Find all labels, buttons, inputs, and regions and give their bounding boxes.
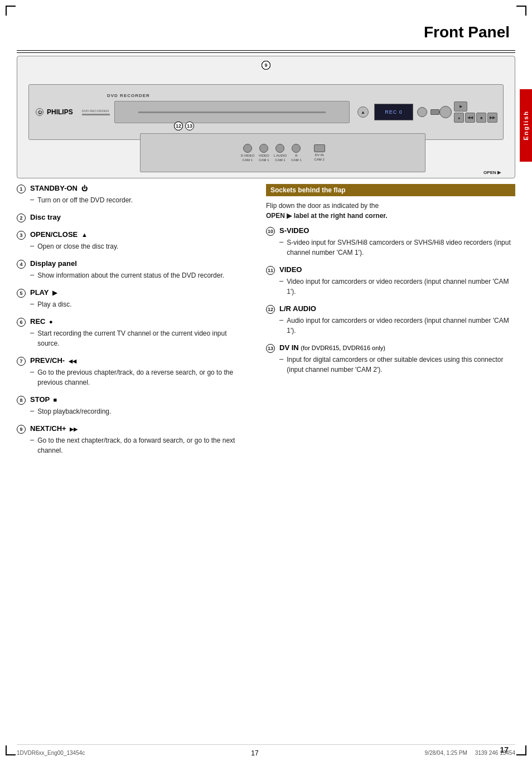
section-10: 10 S-VIDEO –S-video input for SVHS/Hi8 c… [266, 226, 515, 258]
corner-mark-bl [6, 745, 16, 755]
page-number: 17 [500, 745, 509, 754]
flap-area: 10 11 12 13 S-VIDEO CAM 1 VIDEO CAM 1 L … [140, 133, 425, 172]
svideo-jack: S-VIDEO CAM 1 [240, 144, 254, 162]
section-num-12: 12 [266, 305, 275, 314]
section-title-12: L/R AUDIO [279, 304, 316, 313]
rec-display-text: REC 0 [385, 109, 403, 115]
section-num-13: 13 [266, 344, 275, 353]
section-13: 13 DV IN (for DVDR615, DVDR616 only) –In… [266, 343, 515, 375]
section-title-9: NEXT/CH+ ▶▶ [30, 424, 78, 433]
page-title: Front Panel [424, 23, 510, 41]
section-title-7: PREV/CH- ◀◀ [30, 356, 76, 365]
controls-right: ▶ ● ◀◀ ■ ▶▶ [439, 101, 503, 123]
section-1-body: Turn on or off the DVD recorder. [37, 195, 133, 205]
play-btn: ▶ [454, 101, 467, 112]
section-2: 2 Disc tray [17, 213, 246, 222]
section-3: 3 OPEN/CLOSE ▲ –Open or close the disc t… [17, 230, 246, 251]
corner-mark-br [516, 745, 526, 755]
footer-page-center: 17 [251, 749, 258, 757]
open-label: OPEN ▶ [483, 170, 501, 175]
section-6-body: Start recording the current TV channel o… [37, 328, 246, 348]
section-num-8: 8 [17, 396, 26, 405]
display-panel: REC 0 [374, 104, 413, 120]
section-num-1: 1 [17, 185, 26, 193]
section-10-body: S-video input for SVHS/Hi8 camcorders or… [287, 237, 515, 258]
section-7-body: Go to the previous chapter/track, do a r… [37, 367, 246, 387]
section-num-5: 5 [17, 289, 26, 298]
section-4-body: Show information about the current statu… [37, 270, 224, 280]
section-num-2: 2 [17, 214, 26, 222]
section-13-body: Input for digital camcorders or other su… [287, 355, 515, 375]
section-11: 11 VIDEO –Video input for camcorders or … [266, 265, 515, 297]
section-title-1: STANDBY-ON ⏻ [30, 184, 88, 192]
next-btn: ▶▶ [487, 113, 497, 123]
section-5-body: Play a disc. [37, 299, 71, 309]
dial-knob [439, 106, 452, 118]
section-num-3: 3 [17, 231, 26, 240]
section-title-4: Display panel [30, 259, 77, 268]
section-5: 5 PLAY ▶ –Play a disc. [17, 288, 246, 309]
input-area [415, 107, 439, 117]
disc-tray [114, 101, 350, 123]
dv-in-port: DV IN CAM 2 [314, 144, 325, 161]
section-12-body: Audio input for camcorders or video reco… [287, 316, 515, 336]
open-close-area: ▲ [357, 106, 369, 118]
section-11-body: Video input for camcorders or video reco… [287, 277, 515, 297]
section-title-11: VIDEO [279, 265, 302, 274]
left-column: 1 STANDBY-ON ⏻ –Turn on or off the DVD r… [17, 184, 246, 463]
video-jack: VIDEO CAM 1 [259, 144, 269, 162]
sockets-intro: Flip down the door as indicated by the O… [266, 201, 515, 221]
corner-mark-tr [516, 6, 526, 16]
section-title-6: REC ● [30, 317, 53, 326]
right-column: Sockets behind the flap Flip down the do… [266, 184, 515, 382]
section-num-6: 6 [17, 318, 26, 327]
callout-13: 13 [185, 122, 194, 130]
device-dvd-label: DVD RECORDER [107, 90, 150, 99]
section-num-4: 4 [17, 260, 26, 269]
corner-mark-tl [6, 6, 16, 16]
section-title-3: OPEN/CLOSE ▲ [30, 230, 88, 239]
section-7: 7 PREV/CH- ◀◀ –Go to the previous chapte… [17, 356, 246, 387]
callout-9: 9 [262, 61, 270, 70]
content-area: 1 STANDBY-ON ⏻ –Turn on or off the DVD r… [17, 184, 515, 739]
section-title-13: DV IN (for DVDR615, DVDR616 only) [279, 343, 385, 352]
section-8: 8 STOP ■ –Stop playback/recording. [17, 395, 246, 416]
top-divider-2 [17, 52, 515, 53]
section-title-10: S-VIDEO [279, 226, 309, 235]
callout-12: 12 [174, 122, 183, 130]
section-3-body: Open or close the disc tray. [37, 241, 118, 251]
section-num-9: 9 [17, 425, 26, 434]
rec-btn: ● [454, 113, 464, 123]
audio-r-jack: R CAM 1 [291, 144, 301, 162]
stop-btn: ■ [476, 113, 486, 123]
section-8-body: Stop playback/recording. [37, 406, 111, 416]
language-tab: English [520, 89, 532, 162]
device-body: ⏻ PHILIPS DVD RECORDER DVD RECORDER ▲ [28, 84, 504, 140]
section-title-2: Disc tray [30, 213, 61, 221]
footer: 1DVDR6xx_Eng00_13454c 17 9/28/04, 1:25 P… [17, 744, 515, 761]
footer-left: 1DVDR6xx_Eng00_13454c [17, 750, 85, 756]
section-num-7: 7 [17, 357, 26, 366]
device-diagram: 1 2 3 4 5 6 7 8 9 ⏻ PHILIPS DVD RECORDER [17, 56, 515, 178]
standby-button: ⏻ [36, 108, 43, 116]
prev-btn: ◀◀ [465, 113, 475, 123]
sockets-header: Sockets behind the flap [266, 184, 515, 196]
section-1: 1 STANDBY-ON ⏻ –Turn on or off the DVD r… [17, 184, 246, 205]
top-divider-1 [17, 50, 515, 51]
section-num-10: 10 [266, 227, 275, 236]
section-title-8: STOP ■ [30, 395, 57, 404]
audio-l-jack: L AUDIO CAM 1 [274, 144, 287, 162]
section-6: 6 REC ● –Start recording the current TV … [17, 317, 246, 348]
section-4: 4 Display panel –Show information about … [17, 259, 246, 280]
philips-logo: PHILIPS [47, 108, 73, 116]
section-num-11: 11 [266, 266, 275, 275]
section-9: 9 NEXT/CH+ ▶▶ –Go to the next chapter/tr… [17, 424, 246, 455]
section-12: 12 L/R AUDIO –Audio input for camcorders… [266, 304, 515, 336]
section-title-5: PLAY ▶ [30, 288, 57, 297]
section-9-body: Go to the next chapter/track, do a forwa… [37, 435, 246, 455]
